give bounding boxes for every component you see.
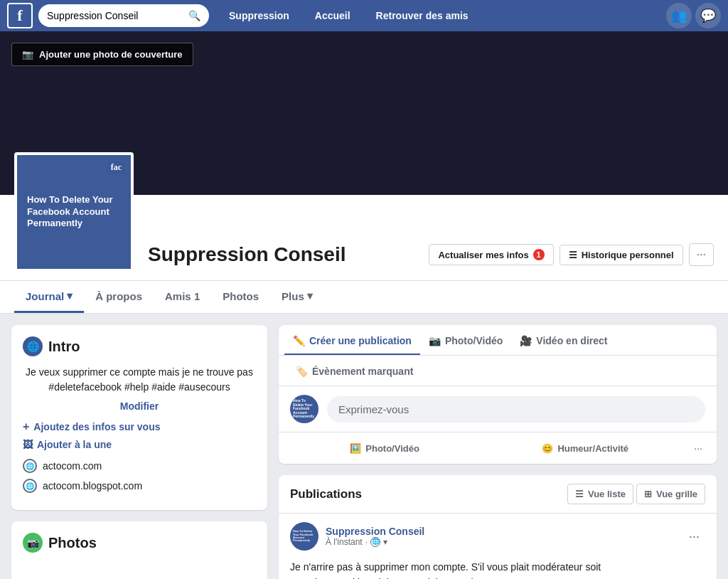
image-icon: 🖼 xyxy=(23,439,33,450)
add-cover-link[interactable]: 🖼 Ajouter à la une xyxy=(23,439,256,450)
website-link-1[interactable]: 🌐 actocom.com xyxy=(23,459,256,473)
post-header: How To Delete Your Facebook Account Perm… xyxy=(279,514,717,559)
profile-actions: Actualiser mes infos 1 ☰ Historique pers… xyxy=(429,243,714,272)
humeur-action[interactable]: 😊 Humeur/Activité xyxy=(485,437,685,460)
tab-plus[interactable]: Plus ▾ xyxy=(270,281,324,313)
create-post-tab-photo[interactable]: 📷 Photo/Vidéo xyxy=(420,328,511,355)
tab-photos[interactable]: Photos xyxy=(211,281,270,313)
nav-link-retrouver[interactable]: Retrouver des amis xyxy=(370,6,474,25)
photo-video-action[interactable]: 🖼️ Photo/Vidéo xyxy=(284,437,485,460)
nav-link-accueil[interactable]: Accueil xyxy=(309,6,356,25)
photo-action-icon: 🖼️ xyxy=(350,443,361,454)
top-navigation: f 🔍 Suppression Accueil Retrouver des am… xyxy=(0,0,728,31)
post-timestamp: À l'instant · 🌐 ▾ xyxy=(326,537,683,547)
pencil-icon: ✏️ xyxy=(293,335,305,346)
grid-icon: ⊞ xyxy=(644,489,652,499)
dropdown-icon: ▾ xyxy=(383,537,387,547)
profile-name-area: Suppression Conseil xyxy=(148,243,346,272)
create-post-tab-event[interactable]: 🏷️ Évènement marquant xyxy=(287,358,422,386)
create-post-tab-video[interactable]: 🎥 Vidéo en direct xyxy=(511,328,616,355)
intro-card: 🌐 Intro Je veux supprimer ce compte mais… xyxy=(11,325,267,510)
video-icon: 🎥 xyxy=(520,335,532,346)
post-more-options[interactable]: ··· xyxy=(683,526,705,547)
tab-apropos[interactable]: À propos xyxy=(84,281,154,313)
intro-title: Intro xyxy=(48,339,80,355)
globe-icon-2: 🌐 xyxy=(23,479,37,493)
create-post-avatar: How To Delete Your Facebook Account Perm… xyxy=(290,395,318,423)
create-post-input-row: How To Delete Your Facebook Account Perm… xyxy=(279,386,717,432)
post-body: Je n'arrire pas à supprimer mon compte. … xyxy=(279,559,717,579)
photos-card: 📷 Photos 🖼 Montrez à vos amis ce que vou… xyxy=(11,521,267,579)
photos-title: Photos xyxy=(48,535,97,551)
more-actions-button[interactable]: ··· xyxy=(685,437,711,460)
intro-text: Je veux supprimer ce compte mais je ne t… xyxy=(23,365,256,395)
add-info-link[interactable]: + Ajoutez des infos sur vous xyxy=(23,420,256,433)
view-buttons: ☰ Vue liste ⊞ Vue grille xyxy=(567,484,705,504)
main-content: 🌐 Intro Je veux supprimer ce compte mais… xyxy=(0,314,728,579)
more-options-button[interactable]: ··· xyxy=(689,243,714,266)
create-post-tab-publication[interactable]: ✏️ Créer une publication xyxy=(284,328,420,355)
emoji-icon: 😊 xyxy=(542,443,553,454)
create-post-tabs: ✏️ Créer une publication 📷 Photo/Vidéo 🎥… xyxy=(279,325,717,356)
people-icon-btn[interactable]: 👥 xyxy=(666,3,692,28)
update-info-button[interactable]: Actualiser mes infos 1 xyxy=(429,244,553,265)
photos-placeholder: 🖼 Montrez à vos amis ce que vous avez fa… xyxy=(23,561,256,579)
history-button[interactable]: ☰ Historique personnel xyxy=(560,245,683,265)
profile-tabs: Journal ▾ À propos Amis 1 Photos Plus ▾ xyxy=(0,280,728,313)
profile-section: fac How To Delete Your Facebook Account … xyxy=(0,195,728,314)
photo-icon: 📷 xyxy=(429,335,441,346)
profile-picture[interactable]: fac How To Delete Your Facebook Account … xyxy=(14,152,134,272)
modifier-link[interactable]: Modifier xyxy=(23,400,256,412)
list-icon: ☰ xyxy=(575,489,584,499)
messenger-icon-btn[interactable]: 💬 xyxy=(695,3,721,28)
flag-icon: 🏷️ xyxy=(296,366,308,377)
world-icon: 🌐 xyxy=(370,537,380,547)
left-sidebar: 🌐 Intro Je veux supprimer ce compte mais… xyxy=(11,325,267,579)
search-icon: 🔍 xyxy=(188,10,200,21)
profile-pic-title: How To Delete Your Facebook Account Perm… xyxy=(27,194,121,230)
nav-links: Suppression Accueil Retrouver des amis xyxy=(223,6,474,25)
facebook-logo: f xyxy=(7,3,33,28)
intro-icon: 🌐 xyxy=(23,336,43,356)
globe-icon: 🌐 xyxy=(23,459,37,473)
website-link-2[interactable]: 🌐 actocom.blogspot.com xyxy=(23,479,256,493)
search-bar[interactable]: 🔍 xyxy=(38,4,209,27)
right-content: ✏️ Créer une publication 📷 Photo/Vidéo 🎥… xyxy=(279,325,717,579)
add-cover-button[interactable]: 📷 Ajouter une photo de couverture xyxy=(11,43,193,66)
tab-journal[interactable]: Journal ▾ xyxy=(14,281,84,313)
view-list-button[interactable]: ☰ Vue liste xyxy=(567,484,633,504)
publications-header: Publications ☰ Vue liste ⊞ Vue grille xyxy=(279,475,717,514)
camera-icon: 📷 xyxy=(22,49,33,60)
view-grid-button[interactable]: ⊞ Vue grille xyxy=(636,484,705,504)
create-post-box: ✏️ Créer une publication 📷 Photo/Vidéo 🎥… xyxy=(279,325,717,464)
chevron-down-icon: ▾ xyxy=(307,290,313,302)
history-icon: ☰ xyxy=(569,250,577,260)
create-post-actions: 🖼️ Photo/Vidéo 😊 Humeur/Activité ··· xyxy=(279,432,717,464)
notification-badge: 1 xyxy=(533,249,545,260)
create-post-input[interactable]: Exprimez-vous xyxy=(327,396,705,423)
search-input[interactable] xyxy=(47,10,188,21)
tab-amis[interactable]: Amis 1 xyxy=(154,281,211,313)
nav-link-suppression[interactable]: Suppression xyxy=(223,6,295,25)
post-meta: Suppression Conseil À l'instant · 🌐 ▾ xyxy=(326,526,683,547)
post-author[interactable]: Suppression Conseil xyxy=(326,526,683,537)
post-avatar: How To Delete Your Facebook Account Perm… xyxy=(290,522,318,551)
chevron-down-icon: ▾ xyxy=(67,290,73,302)
post-card: How To Delete Your Facebook Account Perm… xyxy=(279,514,717,579)
plus-icon: + xyxy=(23,420,29,433)
fb-watermark: fac xyxy=(107,161,125,174)
profile-name: Suppression Conseil xyxy=(148,243,346,266)
publications-section: Publications ☰ Vue liste ⊞ Vue grille xyxy=(279,475,717,579)
nav-icons: 👥 💬 xyxy=(666,3,721,28)
photos-icon: 📷 xyxy=(23,533,43,553)
publications-title: Publications xyxy=(290,487,362,501)
